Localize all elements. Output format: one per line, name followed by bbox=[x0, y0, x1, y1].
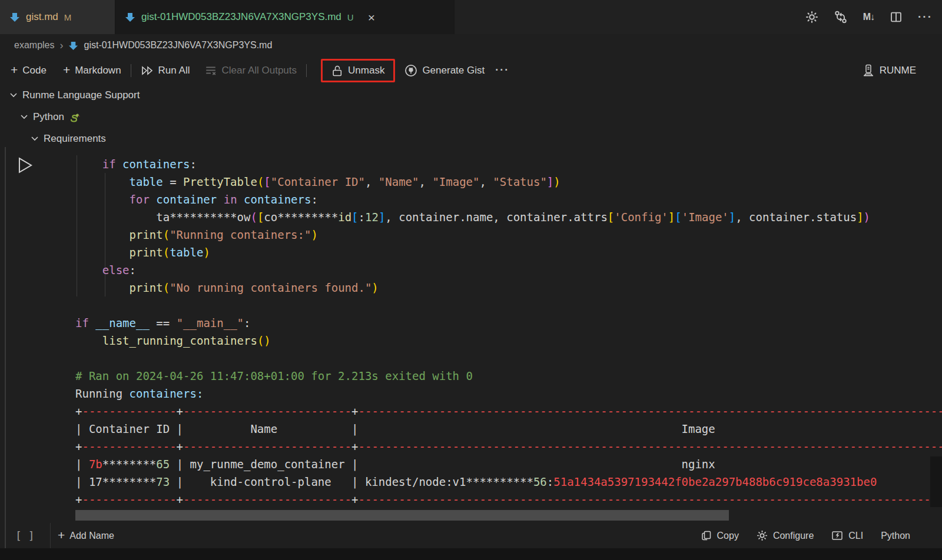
settings-gear-icon[interactable] bbox=[805, 11, 818, 24]
cell-toolbar-divider bbox=[50, 523, 51, 548]
clear-all-outputs-label: Clear All Outputs bbox=[221, 65, 297, 76]
code-line bbox=[75, 296, 942, 314]
unmask-button-highlighted[interactable]: Unmask bbox=[321, 59, 395, 82]
outline-item-requirements[interactable]: Requirements bbox=[0, 128, 942, 149]
clear-outputs-icon bbox=[205, 65, 217, 76]
code-line: for container in containers: bbox=[75, 191, 942, 208]
chevron-down-icon[interactable] bbox=[9, 92, 18, 98]
markdown-preview-icon[interactable]: M↓ bbox=[863, 12, 874, 22]
plus-icon: + bbox=[11, 64, 18, 76]
more-toolbar-actions[interactable]: ··· bbox=[495, 64, 509, 76]
outline-label: Python bbox=[33, 111, 64, 123]
output-line: +--------------+------------------------… bbox=[75, 491, 942, 508]
code-line: if containers: bbox=[75, 155, 942, 173]
notebook-toolbar: + Code + Markdown Run All Clear All Ou bbox=[0, 56, 942, 84]
code-line: print("Running containers:") bbox=[75, 226, 942, 244]
cell-focus-border bbox=[5, 147, 6, 548]
cell-language-picker[interactable]: Python bbox=[881, 531, 910, 541]
output-line: +--------------+------------------------… bbox=[75, 438, 942, 455]
outline-item-runme-language-support[interactable]: Runme Language Support bbox=[0, 84, 942, 106]
cell-output: # Ran on 2024-04-26 11:47:08+01:00 for 2… bbox=[75, 367, 942, 508]
github-octocat-icon bbox=[404, 64, 417, 77]
run-cell-button[interactable] bbox=[18, 156, 33, 174]
runme-extension-button[interactable]: RUNME bbox=[863, 56, 916, 84]
runme-label: RUNME bbox=[880, 65, 916, 76]
output-line: | 17********73 | kind-control-plane | ki… bbox=[75, 473, 942, 491]
code-line: else: bbox=[75, 261, 942, 279]
markdown-file-icon bbox=[125, 12, 135, 22]
add-markdown-cell-button[interactable]: + Markdown bbox=[63, 65, 121, 76]
output-line: +--------------+------------------------… bbox=[75, 402, 942, 420]
output-line: | Container ID | Name | Image bbox=[75, 420, 942, 438]
tab-gist-md[interactable]: gist.md M bbox=[0, 0, 115, 34]
split-editor-icon[interactable] bbox=[890, 11, 903, 24]
cli-button[interactable]: CLI bbox=[831, 530, 863, 541]
compare-changes-icon[interactable] bbox=[834, 10, 848, 24]
output-line: Running containers: bbox=[75, 385, 942, 402]
clear-all-outputs-button[interactable]: Clear All Outputs bbox=[205, 65, 297, 76]
markdown-file-icon bbox=[9, 12, 20, 22]
notebook-outline: Runme Language Support Python Requiremen… bbox=[0, 84, 942, 149]
code-line: print(table) bbox=[75, 244, 942, 261]
add-markdown-label: Markdown bbox=[75, 65, 121, 76]
add-code-label: Code bbox=[22, 65, 47, 76]
unlock-icon bbox=[331, 65, 343, 76]
generate-gist-button[interactable]: Generate Gist bbox=[404, 64, 485, 77]
code-line: table = PrettyTable(["Container ID", "Na… bbox=[75, 173, 942, 191]
configure-button[interactable]: Configure bbox=[757, 530, 814, 541]
output-vertical-scrollbar[interactable] bbox=[930, 456, 942, 507]
close-icon[interactable]: × bbox=[368, 11, 375, 24]
toolbar-divider bbox=[306, 64, 307, 77]
cli-label: CLI bbox=[848, 531, 863, 541]
outline-label: Runme Language Support bbox=[22, 89, 140, 101]
language-label: Python bbox=[881, 531, 910, 541]
add-code-cell-button[interactable]: + Code bbox=[11, 65, 47, 76]
code-editor[interactable]: if containers: table = PrettyTable(["Con… bbox=[75, 155, 942, 349]
markdown-file-icon bbox=[68, 41, 78, 51]
toolbar-divider bbox=[131, 64, 131, 77]
copy-button[interactable]: Copy bbox=[701, 530, 739, 541]
configure-label: Configure bbox=[773, 531, 814, 541]
breadcrumb-separator: › bbox=[59, 39, 63, 52]
cell-state-icon[interactable]: [ ] bbox=[15, 529, 35, 542]
outline-label: Requirements bbox=[44, 133, 106, 145]
plus-icon: + bbox=[63, 64, 70, 76]
breadcrumb: examples › gist-01HWD053BZ23JN6VA7X3NGP3… bbox=[0, 34, 942, 56]
chevron-down-icon[interactable] bbox=[20, 114, 28, 120]
copy-label: Copy bbox=[717, 531, 739, 541]
run-all-button[interactable]: Run All bbox=[141, 65, 190, 76]
horizontal-scrollbar[interactable] bbox=[75, 510, 729, 521]
tab-gist-generated-md[interactable]: gist-01HWD053BZ23JN6VA7X3NGP3YS.md U × bbox=[115, 0, 455, 34]
editor-actions: M↓ ··· bbox=[805, 0, 933, 34]
code-line: print("No running containers found.") bbox=[75, 279, 942, 296]
add-name-label: Add Name bbox=[69, 531, 114, 541]
output-line: # Ran on 2024-04-26 11:47:08+01:00 for 2… bbox=[75, 367, 942, 385]
git-modified-badge: M bbox=[64, 12, 72, 22]
runme-logo-icon bbox=[863, 64, 874, 77]
code-line: list_running_containers() bbox=[75, 332, 942, 349]
chevron-down-icon[interactable] bbox=[31, 135, 39, 142]
notebook-code-cell: if containers: table = PrettyTable(["Con… bbox=[0, 147, 942, 548]
window-bottom-strip bbox=[0, 548, 942, 560]
cell-actions: Copy Configure CLI bbox=[701, 530, 910, 541]
breadcrumb-folder[interactable]: examples bbox=[14, 40, 54, 51]
git-untracked-badge: U bbox=[347, 12, 354, 22]
code-line: if __name__ == "__main__": bbox=[75, 314, 942, 332]
cell-status-bar: [ ] + Add Name Copy bbox=[0, 523, 942, 548]
tab-label: gist-01HWD053BZ23JN6VA7X3NGP3YS.md bbox=[141, 11, 341, 23]
copy-icon bbox=[701, 530, 712, 541]
tab-label: gist.md bbox=[26, 11, 58, 23]
tab-bar: gist.md M gist-01HWD053BZ23JN6VA7X3NGP3Y… bbox=[0, 0, 942, 34]
snake-emoji bbox=[69, 112, 81, 122]
breadcrumb-file[interactable]: gist-01HWD053BZ23JN6VA7X3NGP3YS.md bbox=[84, 40, 272, 51]
run-all-label: Run All bbox=[158, 65, 190, 76]
outline-item-python[interactable]: Python bbox=[0, 106, 942, 128]
output-line: | 7b********65 | my_runme_demo_container… bbox=[75, 455, 942, 473]
cli-terminal-icon bbox=[831, 530, 843, 541]
gear-icon bbox=[757, 530, 768, 541]
generate-gist-label: Generate Gist bbox=[422, 65, 485, 76]
more-actions-icon[interactable]: ··· bbox=[918, 11, 933, 24]
add-name-button[interactable]: + Add Name bbox=[58, 530, 114, 541]
code-line: ta**********ow([co*********id[:12], cont… bbox=[75, 208, 942, 226]
unmask-label: Unmask bbox=[348, 65, 384, 76]
